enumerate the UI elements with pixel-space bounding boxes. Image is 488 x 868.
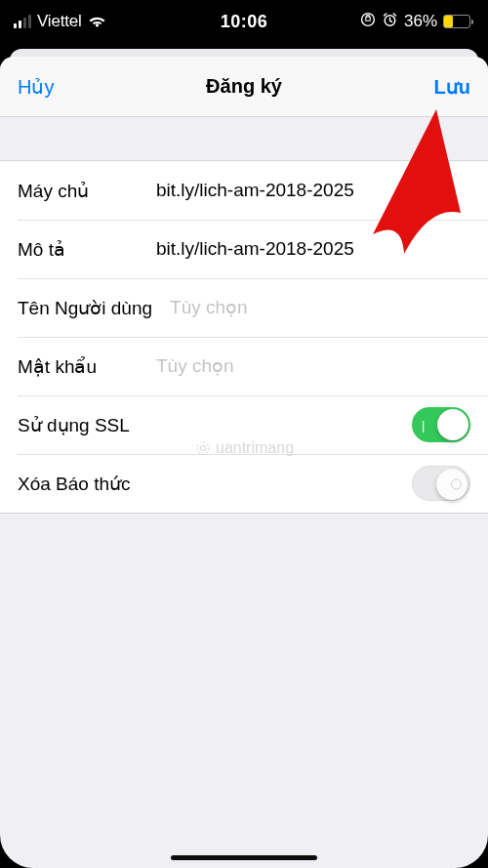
row-use-ssl: Sử dụng SSL |: [0, 395, 488, 454]
label-use-ssl: Sử dụng SSL: [18, 414, 130, 436]
label-remove-alarms: Xóa Báo thức: [18, 473, 131, 495]
battery-percent-label: 36%: [404, 12, 437, 31]
save-button[interactable]: Lưu: [412, 75, 470, 99]
row-password: Mật khẩu: [0, 337, 488, 395]
home-indicator[interactable]: [171, 855, 317, 860]
input-password[interactable]: [156, 355, 470, 377]
input-server[interactable]: [156, 180, 470, 201]
input-description[interactable]: [156, 238, 470, 260]
toggle-remove-alarms[interactable]: [412, 466, 470, 501]
switch-knob: [436, 469, 468, 500]
switch-knob: [437, 409, 468, 440]
label-password: Mật khẩu: [18, 355, 156, 378]
input-username[interactable]: [170, 297, 470, 318]
battery-icon: [443, 15, 470, 28]
status-right: 36%: [360, 12, 470, 32]
settings-list: Máy chủ Mô tả Tên Người dùng Mật khẩu Sử…: [0, 160, 488, 514]
status-left: Viettel: [14, 12, 106, 31]
row-remove-alarms: Xóa Báo thức: [0, 454, 488, 513]
label-username: Tên Người dùng: [18, 297, 152, 319]
label-description: Mô tả: [18, 238, 156, 261]
device-frame: Viettel 36% 10:06 Hủy Đăng ký Lưu: [0, 0, 488, 868]
carrier-label: Viettel: [37, 12, 82, 31]
alarm-icon: [382, 12, 398, 32]
section-gap: [0, 117, 488, 160]
label-server: Máy chủ: [18, 180, 156, 202]
status-bar: Viettel 36% 10:06: [0, 0, 488, 43]
wifi-icon: [88, 15, 106, 28]
row-description: Mô tả: [0, 220, 488, 278]
navbar: Hủy Đăng ký Lưu: [0, 57, 488, 117]
row-username: Tên Người dùng: [0, 278, 488, 337]
cancel-button[interactable]: Hủy: [18, 75, 76, 99]
battery-level: [444, 16, 453, 27]
orientation-lock-icon: [360, 12, 376, 32]
row-server: Máy chủ: [0, 161, 488, 220]
signal-icon: [14, 15, 31, 28]
toggle-use-ssl[interactable]: |: [412, 407, 470, 442]
modal-sheet: Hủy Đăng ký Lưu Máy chủ Mô tả Tên Người …: [0, 57, 488, 868]
